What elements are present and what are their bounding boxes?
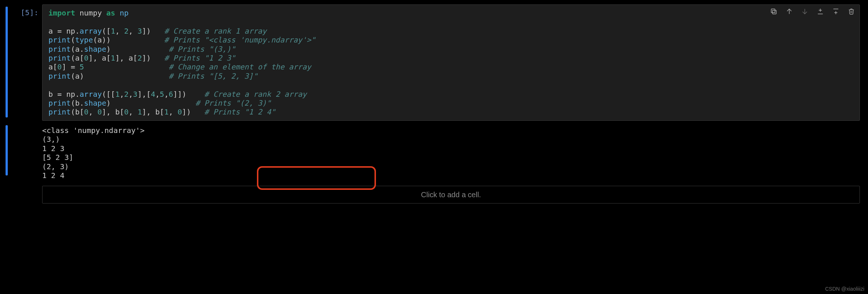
svg-rect-0	[773, 10, 776, 14]
cell-gutter	[0, 4, 13, 117]
output-indicator	[6, 125, 8, 175]
code-cell[interactable]: import numpy as np a = np.array([1, 2, 3…	[42, 4, 860, 121]
move-down-icon[interactable]	[800, 7, 809, 16]
active-cell-indicator	[6, 7, 8, 117]
copy-cell-icon[interactable]	[769, 7, 778, 16]
output-gutter	[0, 123, 13, 175]
add-cell-button[interactable]: Click to add a cell.	[42, 186, 860, 204]
add-cell-label: Click to add a cell.	[421, 191, 481, 199]
insert-above-icon[interactable]	[816, 7, 825, 16]
code-cell-row: [5]: import numpy as np a = np.array([1,…	[0, 4, 868, 121]
code-editor[interactable]: import numpy as np a = np.array([1, 2, 3…	[48, 8, 854, 117]
notebook: [5]: import numpy as np a = np.array([1,…	[0, 0, 868, 294]
add-cell-row: Click to add a cell.	[0, 186, 868, 204]
svg-rect-1	[771, 9, 775, 13]
output-text: <class 'numpy.ndarray'> (3,) 1 2 3 [5 2 …	[42, 126, 860, 180]
watermark: CSDN @xiaoliiizi	[825, 286, 864, 292]
execution-prompt: [5]:	[13, 4, 42, 17]
delete-cell-icon[interactable]	[847, 7, 856, 16]
move-up-icon[interactable]	[785, 7, 794, 16]
cell-output: <class 'numpy.ndarray'> (3,) 1 2 3 [5 2 …	[42, 123, 860, 182]
output-row: <class 'numpy.ndarray'> (3,) 1 2 3 [5 2 …	[0, 123, 868, 182]
output-prompt	[13, 123, 42, 127]
cell-toolbar	[769, 7, 856, 16]
insert-below-icon[interactable]	[831, 7, 840, 16]
